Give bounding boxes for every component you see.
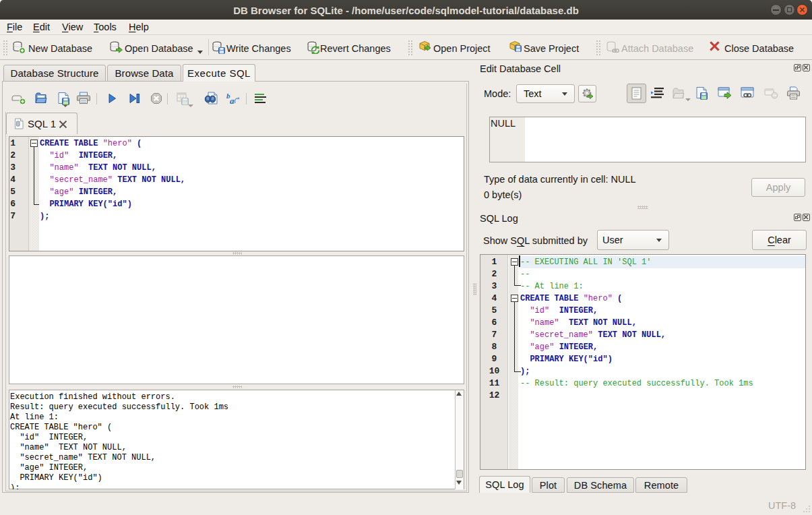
svg-text:a: a	[230, 96, 235, 105]
